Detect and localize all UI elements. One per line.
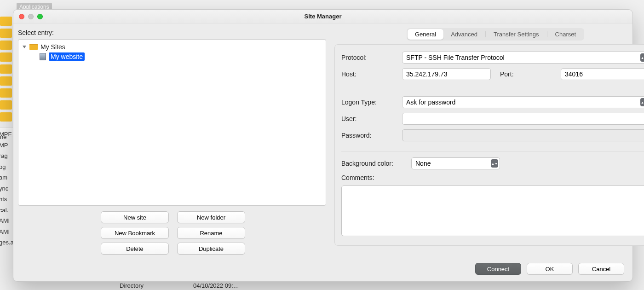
tab-advanced[interactable]: Advanced xyxy=(443,29,485,40)
row-bgcolor: Background color: ▲▼ xyxy=(341,157,644,169)
password-input xyxy=(402,129,644,141)
left-column: Select entry: My Sites My website New si… xyxy=(18,28,326,257)
tree-root[interactable]: My Sites xyxy=(20,42,324,52)
password-label: Password: xyxy=(341,132,397,139)
bg-bottom-type: Directory xyxy=(120,282,193,289)
ok-button[interactable]: OK xyxy=(527,263,573,275)
right-column: General Advanced Transfer Settings Chars… xyxy=(334,28,644,257)
delete-button[interactable]: Delete xyxy=(101,243,169,255)
titlebar[interactable]: Site Manager xyxy=(13,10,632,23)
updown-icon[interactable]: ▲▼ xyxy=(640,53,644,62)
tab-separator xyxy=(485,31,486,37)
updown-icon[interactable]: ▲▼ xyxy=(640,98,644,106)
tree-site-label: My website xyxy=(49,52,85,61)
select-entry-label: Select entry: xyxy=(18,29,326,36)
tab-bar: General Advanced Transfer Settings Chars… xyxy=(407,28,584,41)
host-label: Host: xyxy=(341,70,397,78)
row-comments-label: Comments: xyxy=(341,174,644,181)
site-tree[interactable]: My Sites My website xyxy=(18,39,326,206)
new-site-button[interactable]: New site xyxy=(101,211,169,223)
protocol-value[interactable] xyxy=(402,52,644,64)
user-input[interactable] xyxy=(402,113,644,125)
protocol-select[interactable]: ▲▼ xyxy=(402,52,644,64)
folder-icon xyxy=(0,29,12,38)
dialog-title: Site Manager xyxy=(305,13,342,20)
bgcolor-select[interactable]: ▲▼ xyxy=(411,157,500,169)
folder-icon xyxy=(0,112,12,122)
protocol-label: Protocol: xyxy=(341,54,397,61)
site-manager-dialog: Site Manager Select entry: My Sites My w… xyxy=(13,9,633,282)
folder-icon xyxy=(0,76,12,86)
rename-button[interactable]: Rename xyxy=(177,227,245,239)
connect-button[interactable]: Connect xyxy=(475,263,521,275)
logon-type-value[interactable] xyxy=(402,96,644,108)
divider xyxy=(341,90,644,90)
row-host: Host: Port: xyxy=(341,68,644,80)
folder-icon xyxy=(0,52,12,62)
updown-icon[interactable]: ▲▼ xyxy=(491,159,498,168)
site-buttons: New site New folder New Bookmark Rename … xyxy=(101,211,326,255)
dialog-body: Select entry: My Sites My website New si… xyxy=(13,23,632,257)
window-controls xyxy=(19,14,43,19)
minimize-window-button[interactable] xyxy=(28,14,34,19)
zoom-window-button[interactable] xyxy=(37,14,43,19)
divider xyxy=(341,151,644,151)
row-logon: Logon Type: ▲▼ xyxy=(341,96,644,108)
general-panel: Protocol: ▲▼ Host: Port: Logon Type: xyxy=(334,44,644,246)
tab-transfer[interactable]: Transfer Settings xyxy=(486,29,546,40)
tab-general-label: General xyxy=(415,31,436,38)
tree-root-label: My Sites xyxy=(40,43,65,51)
new-bookmark-button[interactable]: New Bookmark xyxy=(101,227,169,239)
tab-transfer-label: Transfer Settings xyxy=(494,31,539,38)
folder-icon xyxy=(0,88,12,98)
bg-bottom-spacer xyxy=(0,282,120,289)
folder-icon xyxy=(0,17,12,26)
comments-label: Comments: xyxy=(341,174,374,181)
bg-bottom-date: 04/10/2022 09:… xyxy=(193,282,239,289)
folder-icon xyxy=(0,41,12,50)
duplicate-button[interactable]: Duplicate xyxy=(177,243,245,255)
folder-icon xyxy=(0,64,12,74)
tab-advanced-label: Advanced xyxy=(451,31,477,38)
new-folder-button[interactable]: New folder xyxy=(177,211,245,223)
tab-separator xyxy=(547,31,547,37)
row-password: Password: xyxy=(341,129,644,141)
tab-charset[interactable]: Charset xyxy=(548,29,584,40)
bgcolor-value[interactable] xyxy=(411,157,500,169)
logon-type-select[interactable]: ▲▼ xyxy=(402,96,644,108)
folder-icon xyxy=(0,100,12,110)
bg-bottom-row: Directory 04/10/2022 09:… xyxy=(0,282,322,289)
port-input[interactable] xyxy=(561,68,644,80)
svg-marker-0 xyxy=(23,46,26,48)
folder-icon xyxy=(29,44,38,50)
dialog-footer: Connect OK Cancel xyxy=(13,257,632,281)
close-window-button[interactable] xyxy=(19,14,24,19)
tree-site-item[interactable]: My website xyxy=(38,52,324,62)
row-user: User: xyxy=(341,113,644,125)
row-protocol: Protocol: ▲▼ xyxy=(341,52,644,64)
tab-general[interactable]: General xyxy=(408,29,443,40)
host-input[interactable] xyxy=(402,68,491,80)
bgcolor-label: Background color: xyxy=(341,160,406,167)
server-icon xyxy=(40,53,46,60)
chevron-down-icon[interactable] xyxy=(22,45,27,49)
tab-charset-label: Charset xyxy=(555,31,576,38)
port-label: Port: xyxy=(500,70,555,78)
logon-type-label: Logon Type: xyxy=(341,99,397,106)
user-label: User: xyxy=(341,115,397,122)
comments-textarea[interactable] xyxy=(341,186,644,236)
cancel-button[interactable]: Cancel xyxy=(578,263,624,275)
